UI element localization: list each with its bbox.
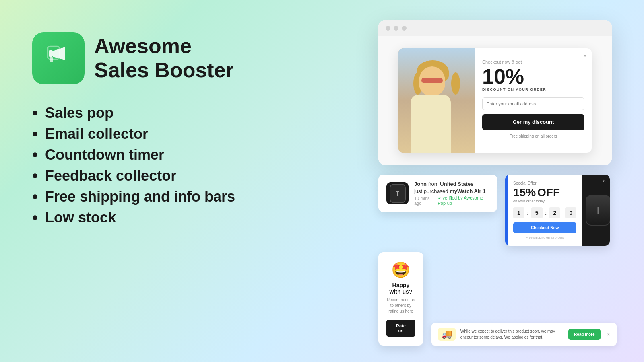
timer-digit-2: 5 xyxy=(531,207,543,218)
app-logo xyxy=(32,32,85,84)
left-section: AwesomeSales Booster Sales pop Email col… xyxy=(32,32,294,226)
feature-item-email: Email collector xyxy=(32,125,294,142)
popup-discount: 10% xyxy=(482,66,584,87)
email-input[interactable] xyxy=(482,97,584,110)
popup-right-content: × Checkout now & get 10% DISCOUNT ON YOU… xyxy=(475,48,592,153)
sales-pop-time: 10 mins ago xyxy=(414,196,435,206)
timer-digit-1: 1 xyxy=(513,207,524,218)
browser-dot-red xyxy=(386,26,390,31)
feature-item-shipping: Free shipping and info bars xyxy=(32,188,294,205)
popup-image xyxy=(398,48,475,153)
countdown-watch-image xyxy=(582,175,610,246)
verified-badge: ✔ verified by Awesome Pop-up xyxy=(438,195,489,206)
info-bar-message: While we expect to deliver this product … xyxy=(460,328,564,340)
feedback-subtitle: Recommend us to others by rating us here xyxy=(386,297,415,314)
popup-free-shipping: Free shipping on all orders xyxy=(482,134,584,138)
popup-discount-label: DISCOUNT ON YOUR ORDER xyxy=(482,88,584,92)
timer-colon-1: : xyxy=(527,210,529,216)
feature-item-feedback: Feedback collector xyxy=(32,167,294,184)
countdown-percent: 15% xyxy=(513,187,536,198)
countdown-special-label: Special Offer! xyxy=(513,181,576,185)
browser-header xyxy=(378,20,612,36)
browser-dot-yellow xyxy=(394,26,398,31)
countdown-off-label: OFF xyxy=(537,186,560,199)
sales-pop-widget: John from United States just purchased m… xyxy=(378,175,497,212)
countdown-close-button[interactable]: × xyxy=(603,178,606,184)
rate-us-button[interactable]: Rate us xyxy=(386,320,415,337)
popup-close-button[interactable]: × xyxy=(583,52,587,60)
countdown-content: Special Offer! 15% OFF on your order tod… xyxy=(505,175,610,246)
bottom-widgets-row2: 🤩 Happy with us? Recommend us to others … xyxy=(378,252,612,346)
megaphone-icon xyxy=(45,43,71,74)
feature-item-countdown: Countdown timer xyxy=(32,146,294,163)
feature-list: Sales pop Email collector Countdown time… xyxy=(32,105,294,226)
countdown-subtext: on your order today xyxy=(513,199,576,203)
sales-pop-meta: 10 mins ago ✔ verified by Awesome Pop-up xyxy=(414,195,489,206)
feature-item-sales-pop: Sales pop xyxy=(32,105,294,121)
truck-icon: 🚚 xyxy=(438,328,456,341)
logo-area: AwesomeSales Booster xyxy=(32,32,294,84)
sales-pop-text: John from United States just purchased m… xyxy=(414,181,489,206)
browser-dot-green xyxy=(402,26,407,31)
countdown-widget: × Special Offer! 15% OFF on your order t… xyxy=(505,175,610,246)
email-popup: × Checkout now & get 10% DISCOUNT ON YOU… xyxy=(398,48,592,153)
timer-digit-3: 2 xyxy=(549,207,560,218)
browser-window: × Checkout now & get 10% DISCOUNT ON YOU… xyxy=(378,20,612,165)
popup-subtitle: Checkout now & get xyxy=(482,60,584,64)
app-title: AwesomeSales Booster xyxy=(94,34,234,82)
countdown-info: Special Offer! 15% OFF on your order tod… xyxy=(508,175,582,246)
read-more-button[interactable]: Read more xyxy=(568,329,601,340)
bottom-widgets-row1: John from United States just purchased m… xyxy=(378,175,612,246)
countdown-timer-row: 1 : 5 : 2 0 xyxy=(513,207,576,218)
watch-product-image xyxy=(386,182,409,204)
timer-digit-4: 0 xyxy=(565,207,576,218)
feedback-title: Happy with us? xyxy=(386,282,415,295)
feedback-widget: 🤩 Happy with us? Recommend us to others … xyxy=(378,252,423,346)
sales-pop-name: John from United States xyxy=(414,181,489,187)
svg-rect-0 xyxy=(49,50,53,57)
feature-item-stock: Low stock xyxy=(32,209,294,226)
right-section: × Checkout now & get 10% DISCOUNT ON YOU… xyxy=(378,20,612,346)
timer-colon-2: : xyxy=(545,210,547,216)
sales-pop-product: just purchased myWatch Air 1 xyxy=(414,188,489,194)
info-bar-widget: 🚚 While we expect to deliver this produc… xyxy=(431,323,617,346)
happy-emoji-icon: 🤩 xyxy=(386,261,415,279)
info-bar-close-button[interactable]: × xyxy=(607,331,610,337)
checkout-now-button[interactable]: Checkout Now xyxy=(513,222,576,233)
browser-content: × Checkout now & get 10% DISCOUNT ON YOU… xyxy=(378,36,612,165)
get-discount-button[interactable]: Ger my discount xyxy=(482,114,584,130)
countdown-free-shipping: Free shipping on all orders xyxy=(513,236,576,239)
